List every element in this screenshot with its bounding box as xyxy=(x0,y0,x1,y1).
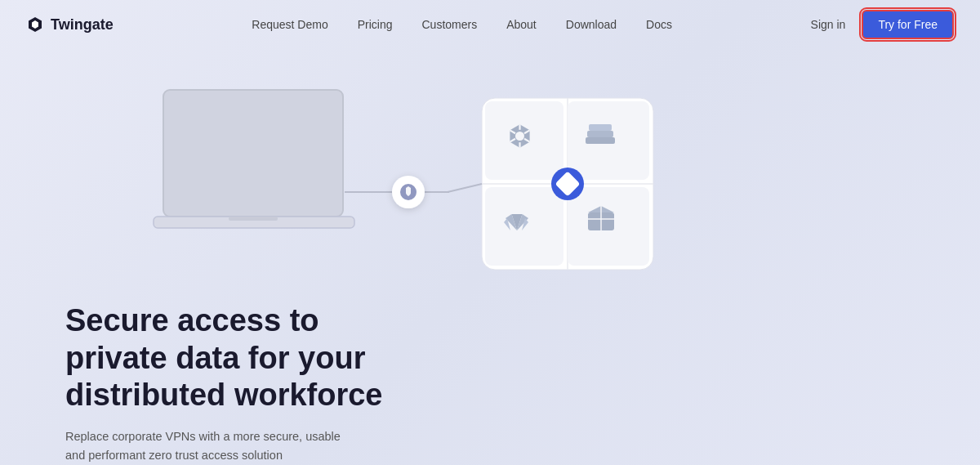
logo-text: Twingate xyxy=(51,16,114,34)
hero-content: Secure access to private data for your d… xyxy=(65,302,408,465)
svg-line-28 xyxy=(448,184,482,192)
svg-rect-0 xyxy=(163,90,343,217)
nav-about[interactable]: About xyxy=(506,18,537,31)
hero-subtitle: Replace corporate VPNs with a more secur… xyxy=(65,427,359,465)
nav-links: Request Demo Pricing Customers About Dow… xyxy=(252,17,672,32)
svg-rect-22 xyxy=(589,124,612,131)
nav-request-demo[interactable]: Request Demo xyxy=(252,18,327,31)
hero-title: Secure access to private data for your d… xyxy=(65,302,408,414)
sign-in-link[interactable]: Sign in xyxy=(811,18,846,31)
twingate-logo-icon xyxy=(26,16,44,34)
nav-customers[interactable]: Customers xyxy=(421,18,477,31)
try-for-free-button[interactable]: Try for Free xyxy=(862,10,954,39)
svg-rect-2 xyxy=(229,217,278,221)
logo[interactable]: Twingate xyxy=(26,16,114,34)
hero-illustration xyxy=(131,41,751,286)
svg-rect-20 xyxy=(586,137,615,144)
nav-pricing[interactable]: Pricing xyxy=(358,18,393,31)
nav-right: Sign in Try for Free xyxy=(811,10,954,39)
hero-section: Secure access to private data for your d… xyxy=(0,49,980,465)
nav-download[interactable]: Download xyxy=(566,18,617,31)
nav-docs[interactable]: Docs xyxy=(646,18,672,31)
svg-rect-21 xyxy=(587,131,613,137)
svg-point-13 xyxy=(515,132,524,141)
illustration-svg xyxy=(131,41,751,286)
